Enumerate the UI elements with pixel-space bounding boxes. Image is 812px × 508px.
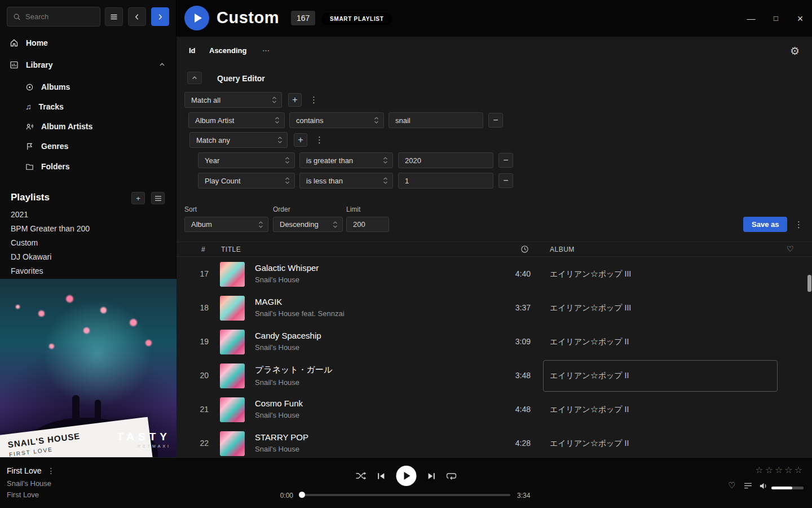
add-rule-button[interactable]: + <box>288 93 302 107</box>
chevron-up-icon[interactable] <box>158 61 166 68</box>
remove-rule-button[interactable]: − <box>498 153 513 168</box>
favorite-heart-icon[interactable]: ♡ <box>728 480 735 491</box>
playlist-item-bpm[interactable]: BPM Greater than 200 <box>11 224 90 233</box>
sidebar-item-library[interactable]: Library <box>0 56 176 74</box>
star-icon[interactable]: ☆ <box>765 465 775 475</box>
settings-gear-icon[interactable]: ⚙ <box>790 45 800 58</box>
remove-rule-button[interactable]: − <box>498 173 513 188</box>
play-icon <box>404 472 411 480</box>
table-row[interactable]: 19 Candy SpaceshipSnail's House 3:09 エイリ… <box>176 325 812 359</box>
select-chevrons-icon <box>383 156 388 164</box>
table-row[interactable]: 20 プラネット・ガールSnail's House 3:48 エイリアン☆ポップ… <box>176 359 812 393</box>
query-editor-collapse-button[interactable] <box>187 72 202 84</box>
repeat-icon[interactable] <box>447 472 457 480</box>
select-chevrons-icon <box>383 177 388 185</box>
remove-rule-button[interactable]: − <box>488 113 503 128</box>
group-menu-button[interactable]: ⋮ <box>315 135 324 145</box>
playlist-options-button[interactable] <box>151 192 165 204</box>
scrollbar-thumb[interactable] <box>807 275 811 292</box>
sidebar-item-tracks[interactable]: ♫ Tracks <box>0 98 176 116</box>
seek-bar[interactable] <box>302 494 510 496</box>
star-icon[interactable]: ☆ <box>784 465 794 475</box>
order-select[interactable]: Descending <box>273 217 343 232</box>
sort-field-button[interactable]: Id <box>189 46 196 55</box>
total-time: 3:34 <box>517 492 530 500</box>
table-row[interactable]: 21 Cosmo FunkSnail's House 4:48 エイリアン☆ポッ… <box>176 393 812 427</box>
favorite-heart-icon[interactable]: ♡ <box>787 244 794 253</box>
play-pause-button[interactable] <box>396 466 417 486</box>
match-mode-select[interactable]: Match any <box>189 132 288 148</box>
track-menu-button[interactable]: ⋮ <box>47 466 55 475</box>
sidebar-item-albums[interactable]: Albums <box>0 78 176 96</box>
volume-icon[interactable] <box>759 482 769 490</box>
track-title: プラネット・ガール <box>255 365 332 375</box>
table-row[interactable]: 22 STARRY POPSnail's House 4:28 エイリアン☆ポッ… <box>176 427 812 457</box>
order-label: Order <box>273 205 290 213</box>
rule-field-select[interactable]: Year <box>198 152 295 168</box>
more-options-button[interactable]: ⋯ <box>262 46 270 55</box>
select-chevrons-icon <box>374 116 379 124</box>
star-icon[interactable]: ☆ <box>775 465 784 475</box>
match-mode-select[interactable]: Match all <box>184 92 282 108</box>
playlist-item-dj-okawari[interactable]: DJ Okawari <box>11 252 51 261</box>
maximize-button[interactable]: □ <box>769 12 783 25</box>
rule-operator-select[interactable]: contains <box>289 112 384 128</box>
rule-operator-select[interactable]: is greater than <box>299 152 393 168</box>
select-value: Descending <box>280 220 319 229</box>
close-button[interactable]: × <box>793 12 807 25</box>
search-box[interactable] <box>7 7 100 27</box>
rule-field-select[interactable]: Play Count <box>198 173 295 189</box>
add-playlist-button[interactable]: + <box>131 192 145 204</box>
sort-label: Sort <box>184 205 197 213</box>
rating-stars[interactable]: ☆☆☆☆☆ <box>755 465 804 475</box>
sort-select[interactable]: Album <box>184 217 268 232</box>
group-menu-button[interactable]: ⋮ <box>310 95 318 105</box>
rule-value-input[interactable] <box>398 173 493 189</box>
minus-icon: − <box>503 155 508 165</box>
star-icon[interactable]: ☆ <box>795 465 804 475</box>
playlist-item-2021[interactable]: 2021 <box>11 210 28 219</box>
back-button[interactable] <box>128 7 146 26</box>
main-content: Custom 167 SMART PLAYLIST — □ × Id Ascen… <box>176 0 812 457</box>
sidebar-item-genres[interactable]: Genres <box>0 137 176 155</box>
volume-slider[interactable] <box>771 487 804 489</box>
table-row[interactable]: 18 MAGIKSnail's House feat. Sennzai 3:37… <box>176 291 812 325</box>
seek-handle[interactable] <box>299 492 305 498</box>
forward-button[interactable] <box>151 7 169 26</box>
sidebar-item-folders[interactable]: Folders <box>0 157 176 176</box>
play-playlist-button[interactable] <box>184 6 209 30</box>
shuffle-icon[interactable] <box>356 472 367 480</box>
sidebar-item-album-artists[interactable]: Album Artists <box>0 117 176 135</box>
save-menu-button[interactable]: ⋮ <box>795 220 803 230</box>
play-icon <box>195 14 202 23</box>
playlist-item-custom[interactable]: Custom <box>11 238 38 247</box>
limit-input[interactable] <box>346 217 389 232</box>
next-track-icon[interactable] <box>427 472 436 480</box>
minimize-button[interactable]: — <box>744 12 758 25</box>
home-icon <box>10 38 19 47</box>
sidebar-item-home[interactable]: Home <box>0 34 176 52</box>
column-number[interactable]: # <box>201 246 205 253</box>
add-rule-button[interactable]: + <box>294 133 307 147</box>
rule-value-input[interactable] <box>398 152 493 168</box>
now-playing-album: First Love <box>7 491 39 499</box>
queue-icon[interactable] <box>744 483 752 489</box>
rule-field-select[interactable]: Album Artist <box>188 112 285 128</box>
playlist-item-favorites[interactable]: Favorites <box>11 266 43 275</box>
duration-clock-icon[interactable] <box>520 245 529 253</box>
column-title[interactable]: TITLE <box>221 246 241 253</box>
previous-track-icon[interactable] <box>377 472 386 480</box>
select-value: Album <box>191 220 212 229</box>
save-as-button[interactable]: Save as <box>743 217 787 232</box>
label-name: TASTY <box>117 431 171 443</box>
track-title: MAGIK <box>255 297 345 306</box>
sort-direction-button[interactable]: Ascending <box>209 46 246 55</box>
menu-button[interactable] <box>105 7 123 26</box>
column-album[interactable]: ALBUM <box>550 246 575 253</box>
star-icon[interactable]: ☆ <box>755 465 765 475</box>
table-row[interactable]: 17 Galactic WhisperSnail's House 4:40 エイ… <box>176 257 812 291</box>
track-title: Galactic Whisper <box>255 263 319 273</box>
rule-value-input[interactable] <box>389 112 483 128</box>
search-input[interactable] <box>25 12 94 21</box>
rule-operator-select[interactable]: is less than <box>299 173 393 189</box>
